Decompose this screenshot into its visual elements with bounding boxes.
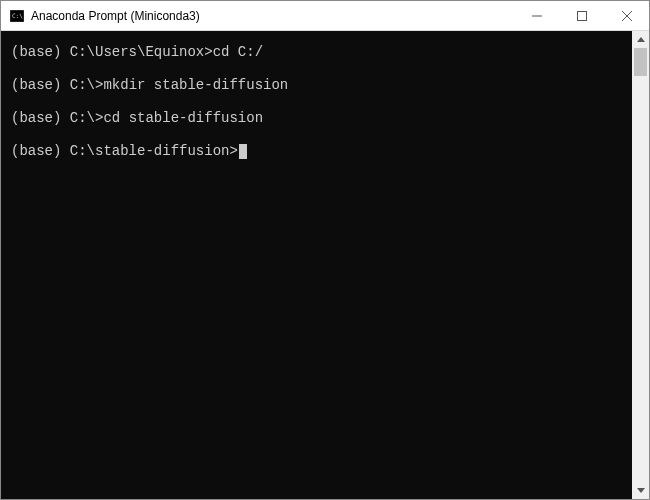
app-window: C:\ Anaconda Prompt (Miniconda3) (base) … [0, 0, 650, 500]
svg-marker-6 [637, 37, 645, 42]
command-text: cd C:/ [213, 44, 263, 60]
terminal-line: (base) C:\>mkdir stable-diffusion [11, 76, 622, 95]
window-body: (base) C:\Users\Equinox>cd C:/ (base) C:… [1, 31, 649, 499]
minimize-button[interactable] [514, 1, 559, 30]
terminal-icon: C:\ [9, 8, 25, 24]
command-text: mkdir stable-diffusion [103, 77, 288, 93]
terminal-area[interactable]: (base) C:\Users\Equinox>cd C:/ (base) C:… [1, 31, 632, 499]
scroll-up-arrow-icon[interactable] [632, 31, 649, 48]
scroll-thumb[interactable] [634, 48, 647, 76]
prompt: (base) C:\> [11, 110, 103, 126]
vertical-scrollbar[interactable] [632, 31, 649, 499]
window-title: Anaconda Prompt (Miniconda3) [31, 9, 200, 23]
titlebar[interactable]: C:\ Anaconda Prompt (Miniconda3) [1, 1, 649, 31]
terminal-line: (base) C:\Users\Equinox>cd C:/ [11, 43, 622, 62]
terminal-line: (base) C:\stable-diffusion> [11, 142, 622, 161]
titlebar-left: C:\ Anaconda Prompt (Miniconda3) [9, 8, 200, 24]
command-text: cd stable-diffusion [103, 110, 263, 126]
terminal-line: (base) C:\>cd stable-diffusion [11, 109, 622, 128]
svg-rect-3 [577, 11, 586, 20]
maximize-button[interactable] [559, 1, 604, 30]
svg-text:C:\: C:\ [12, 12, 23, 19]
window-controls [514, 1, 649, 30]
cursor [239, 144, 247, 159]
scroll-down-arrow-icon[interactable] [632, 482, 649, 499]
prompt: (base) C:\Users\Equinox> [11, 44, 213, 60]
close-button[interactable] [604, 1, 649, 30]
prompt: (base) C:\stable-diffusion> [11, 143, 238, 159]
scroll-track[interactable] [632, 48, 649, 482]
prompt: (base) C:\> [11, 77, 103, 93]
svg-marker-7 [637, 488, 645, 493]
